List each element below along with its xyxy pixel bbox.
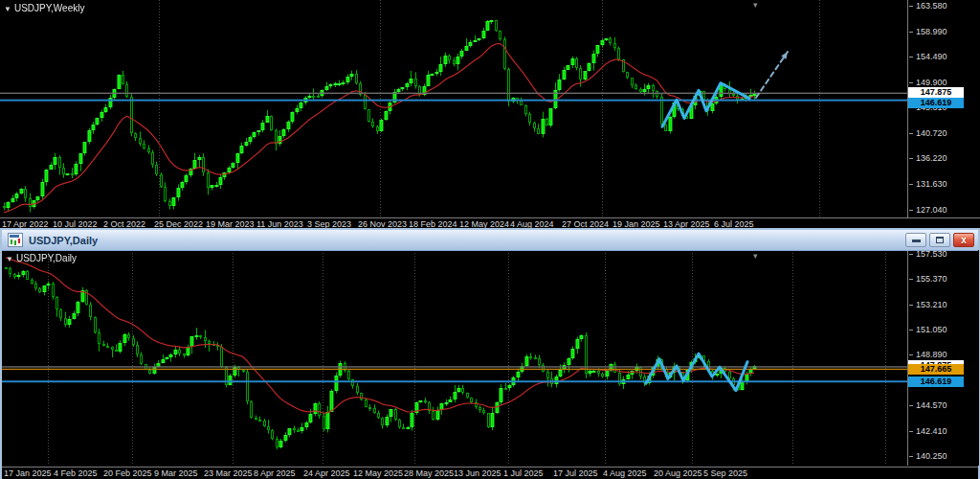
daily-symbol-label[interactable]: ▼USDJPY,Daily [6,253,77,263]
price-tick-label: 155.370 [916,274,947,284]
chart-shift-marker-icon: ▾ [753,251,758,261]
price-tick-label: 140.720 [916,128,947,138]
date-label: 28 May 2025 [404,468,454,478]
date-label: 8 Apr 2025 [254,468,296,478]
close-button[interactable]: x [953,233,974,247]
chart-shift-marker-icon: ▾ [753,0,758,10]
minimize-button[interactable] [905,233,926,247]
date-label: 5 Sep 2025 [703,468,747,478]
weekly-chart-canvas[interactable] [0,0,907,217]
price-tick-label: 127.040 [916,205,947,215]
daily-price-axis[interactable]: 157.530155.370153.210151.050148.890144.5… [907,250,979,466]
date-label: 20 Feb 2025 [103,468,152,478]
price-tick-label: 153.210 [916,300,947,309]
price-tick-label: 148.890 [916,350,947,359]
date-label: 1 Jul 2025 [503,468,544,478]
weekly-hline-price-box: 146.619 [908,98,964,108]
daily-date-axis[interactable]: 17 Jan 20254 Feb 202520 Feb 20259 Mar 20… [2,467,978,479]
maximize-icon [936,237,944,243]
weekly-symbol-label[interactable]: ▼USDJPY,Weekly [4,3,84,13]
date-label: 17 Jan 2025 [4,468,52,478]
trading-platform: ▼USDJPY,Weekly ▾ 163.580158.990154.49014… [0,0,980,479]
daily-hline-orange-price-box: 147.665 [908,364,964,375]
price-tick-label: 163.580 [916,1,947,11]
price-tick-label: 149.900 [916,78,947,87]
price-tick-label: 140.250 [916,451,947,461]
daily-symbol-text: USDJPY,Daily [16,253,77,263]
date-label: 4 Feb 2025 [54,468,98,478]
date-label: 9 Mar 2025 [154,468,198,478]
daily-hline-blue-price-box: 146.619 [908,376,964,387]
daily-window-title: USDJPY,Daily [29,235,98,246]
date-label: 4 Aug 2025 [603,468,647,478]
date-label: 23 Mar 2025 [204,468,253,478]
price-tick-label: 131.630 [916,179,947,189]
price-tick-label: 154.490 [916,52,947,61]
window-controls: x [905,233,978,247]
daily-chart-window: USDJPY,Daily x ▼USDJPY,Daily ▾ 157.53015… [0,230,980,479]
close-icon: x [954,234,973,246]
weekly-bid-price-box: 147.875 [908,87,964,98]
minimize-icon [912,240,921,242]
date-label: 24 Apr 2025 [303,468,350,478]
price-tick-label: 136.220 [916,153,947,163]
daily-window-titlebar[interactable]: USDJPY,Daily x [2,230,978,251]
chevron-down-icon: ▼ [6,255,13,263]
chart-window-icon [8,233,23,247]
daily-chart-canvas[interactable] [2,250,907,466]
date-label: 17 Jul 2025 [553,468,598,478]
maximize-button[interactable] [929,233,950,247]
daily-chart-area: ▼USDJPY,Daily ▾ 157.530155.370153.210151… [2,250,978,467]
weekly-price-axis[interactable]: 163.580158.990154.490149.900145.310140.7… [907,0,980,217]
date-label: 20 Aug 2025 [654,468,702,478]
price-tick-label: 144.570 [916,400,947,410]
date-label: 13 Jun 2025 [454,468,501,478]
price-tick-label: 151.050 [916,325,947,334]
date-label: 12 May 2025 [353,468,403,478]
weekly-symbol-text: USDJPY,Weekly [14,3,85,13]
chevron-down-icon: ▼ [4,5,11,13]
price-tick-label: 142.410 [916,426,947,436]
price-tick-label: 158.990 [916,27,947,36]
